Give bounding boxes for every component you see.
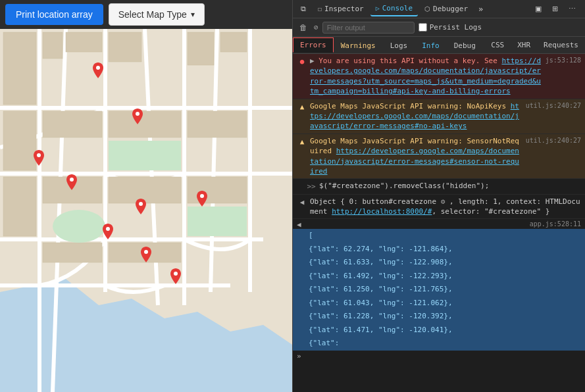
error-link[interactable]: https://developers.google.com/maps/docum…: [310, 57, 541, 95]
subtab-css[interactable]: CSS: [484, 38, 511, 52]
svg-rect-18: [43, 111, 102, 137]
clear-console-button[interactable]: 🗑: [297, 22, 310, 34]
svg-point-32: [96, 66, 100, 70]
map-pin[interactable]: [168, 268, 184, 289]
json-expand-left[interactable]: ◀: [297, 220, 301, 229]
persist-logs-checkbox[interactable]: [419, 23, 427, 32]
subtab-errors[interactable]: Errors: [293, 37, 334, 53]
svg-rect-15: [109, 32, 141, 62]
tab-debugger[interactable]: ⬡ Debugger: [419, 2, 473, 16]
console-entry-error: ● ▶ You are using this API without a key…: [293, 54, 585, 99]
console-entry-warning-1: ▲ Google Maps JavaScript API warning: No…: [293, 99, 585, 134]
map-pin[interactable]: [100, 224, 116, 245]
console-entry-warning-2: ▲ Google Maps JavaScript API warning: Se…: [293, 134, 585, 180]
map-pin[interactable]: [31, 150, 47, 171]
json-line-5: {"lat": 61.043, "lng": -121.062},: [293, 297, 585, 310]
warning-link-1[interactable]: https://developers.google.com/maps/docum…: [310, 102, 519, 131]
svg-rect-16: [188, 32, 214, 65]
warning-content-2: Google Maps JavaScript API warning: Sens…: [310, 136, 522, 177]
console-output[interactable]: ● ▶ You are using this API without a key…: [293, 54, 585, 392]
map-pin[interactable]: [130, 109, 145, 130]
error-content: ▶ You are using this API without a key. …: [310, 56, 542, 97]
prompt-icon-1: >>: [306, 182, 317, 191]
subtab-info[interactable]: Info: [415, 38, 447, 53]
subtab-warnings[interactable]: Warnings: [334, 38, 383, 53]
tab-inspector[interactable]: ☐ Inspector: [313, 2, 369, 16]
svg-point-40: [174, 272, 178, 276]
json-source: app.js:528:11: [530, 220, 581, 229]
warning-link-2[interactable]: https://developers.google.com/maps/docum…: [310, 147, 519, 176]
json-line-open: [: [293, 229, 585, 243]
map-pin[interactable]: [90, 62, 106, 84]
json-line-8: {"lat":: [293, 337, 585, 351]
tile-view-button[interactable]: ▣: [531, 3, 546, 14]
json-line-7: {"lat": 61.471, "lng": -120.041},: [293, 324, 585, 337]
subtab-logs[interactable]: Logs: [383, 38, 415, 53]
svg-point-39: [144, 250, 148, 254]
split-view-button[interactable]: ⊞: [548, 3, 562, 14]
object-link[interactable]: http://localhost:8000/#: [332, 207, 432, 216]
svg-rect-13: [43, 32, 63, 59]
svg-rect-20: [188, 111, 247, 137]
tab-console[interactable]: ▷ Console: [370, 1, 418, 16]
debugger-icon: ⬡: [424, 5, 430, 12]
console-icon: ▷: [376, 5, 380, 12]
map-pin[interactable]: [64, 174, 80, 195]
console-entry-log-2: ◀ Object { 0: button#createzone ⚙ , leng…: [293, 195, 585, 220]
svg-point-38: [106, 227, 110, 231]
subtab-xhr[interactable]: XHR: [511, 38, 537, 52]
svg-point-31: [53, 210, 105, 243]
select-map-type-button[interactable]: Select Map Type: [109, 3, 205, 26]
json-line-3: {"lat": 61.492, "lng": -122.293},: [293, 270, 585, 283]
warning-source-2: util.js:240:27: [526, 136, 581, 145]
dock-icon: ⧉: [301, 5, 306, 13]
devtools-toolbar: 🗑 ⊘ Persist Logs: [293, 18, 585, 37]
map-area: Print location array Select Map Type: [0, 0, 292, 392]
persist-logs-checkbox-container: Persist Logs: [419, 23, 482, 32]
devtools-top-right: ▣ ⊞ ⋯: [531, 3, 582, 14]
more-options-button[interactable]: ⋯: [565, 3, 580, 14]
devtools-panel: ⧉ ☐ Inspector ▷ Console ⬡ Debugger » ▣ ⊞…: [292, 0, 585, 392]
error-icon: ●: [297, 57, 307, 66]
devtools-top-tabs: ⧉ ☐ Inspector ▷ Console ⬡ Debugger » ▣ ⊞…: [293, 0, 585, 18]
map-pin[interactable]: [138, 247, 154, 268]
expand-icon-1[interactable]: ◀: [297, 197, 307, 207]
log-content-2: Object { 0: button#createzone ⚙ , length…: [310, 197, 581, 217]
json-line-6: {"lat": 61.228, "lng": -120.392},: [293, 310, 585, 324]
log-content-1: $("#createzone").removeClass("hidden");: [319, 181, 581, 191]
map-toolbar: Print location array Select Map Type: [0, 0, 292, 29]
json-line-4: {"lat": 61.250, "lng": -121.765},: [293, 283, 585, 297]
tab-more[interactable]: »: [474, 2, 487, 16]
svg-point-33: [136, 112, 140, 116]
print-location-button[interactable]: Print location array: [5, 4, 103, 25]
json-data-block: ◀ app.js:528:11 [ {"lat": 62.274, "lng":…: [293, 219, 585, 351]
tab-dock[interactable]: ⧉: [295, 2, 311, 16]
svg-rect-28: [3, 177, 36, 236]
svg-point-37: [139, 202, 143, 206]
expand-left-icon[interactable]: »: [297, 352, 301, 360]
svg-point-36: [200, 194, 204, 198]
expand-arrow[interactable]: ▶: [310, 57, 318, 65]
filter-icon: ⊘: [314, 23, 318, 32]
bottom-expand-row: »: [293, 351, 585, 362]
svg-rect-26: [3, 32, 36, 105]
svg-rect-24: [43, 243, 102, 262]
console-entry-log-1: >> $("#createzone").removeClass("hidden"…: [293, 179, 585, 194]
svg-rect-29: [109, 141, 181, 170]
json-source-row: ◀ app.js:528:11: [293, 219, 585, 229]
svg-rect-17: [220, 32, 247, 52]
warn-icon-2: ▲: [297, 137, 307, 147]
json-line-2: {"lat": 61.633, "lng": -122.908},: [293, 256, 585, 270]
svg-point-34: [37, 153, 41, 157]
persist-logs-label: Persist Logs: [430, 23, 482, 32]
subtab-requests[interactable]: Requests: [537, 38, 585, 52]
error-source: js:53:128: [546, 56, 581, 65]
devtools-subtabs: Errors Warnings Logs Info Debug CSS XHR …: [293, 37, 585, 54]
warn-icon-1: ▲: [297, 102, 307, 112]
subtab-debug[interactable]: Debug: [447, 38, 483, 53]
map-pin[interactable]: [133, 199, 149, 220]
warning-content-1: Google Maps JavaScript API warning: NoAp…: [310, 101, 522, 132]
filter-input[interactable]: [322, 22, 415, 34]
map-pin[interactable]: [194, 191, 210, 212]
inspector-icon: ☐: [318, 5, 322, 12]
